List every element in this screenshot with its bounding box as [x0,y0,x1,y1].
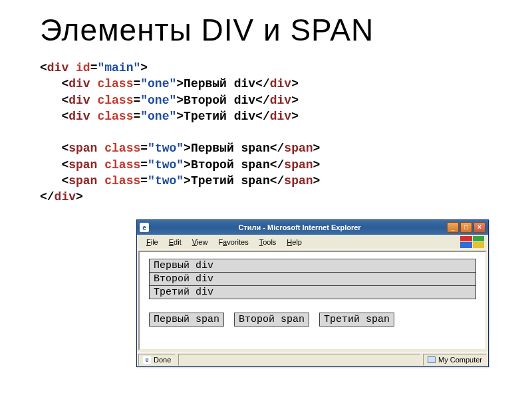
code-block: <div id="main"> <div class="one">Первый … [40,60,492,205]
browser-content: Первый div Второй div Третий div Первый … [138,251,487,350]
rendered-div: Второй div [149,273,476,286]
statusbar: e Done My Computer [137,352,488,366]
menu-help[interactable]: Help [281,237,307,247]
slide-title: Элементы DIV и SPAN [40,12,492,48]
browser-window: e Стили - Microsoft Internet Explorer _ … [136,219,489,367]
menubar: File Edit View Favorites Tools Help [137,235,488,249]
rendered-span: Третий span [319,313,394,327]
done-icon: e [143,356,151,364]
rendered-div: Первый div [149,259,476,273]
windows-logo-icon [460,236,484,248]
status-zone: My Computer [423,354,487,366]
menu-edit[interactable]: Edit [164,237,187,247]
menu-view[interactable]: View [187,237,213,247]
ie-icon: e [140,223,149,232]
close-button[interactable]: × [473,222,485,233]
menu-tools[interactable]: Tools [254,237,282,247]
rendered-span: Второй span [234,313,309,327]
rendered-div: Третий div [149,286,476,299]
status-spacer [178,354,420,366]
titlebar: e Стили - Microsoft Internet Explorer _ … [137,220,488,235]
status-done: e Done [138,354,176,366]
minimize-button[interactable]: _ [447,222,459,233]
status-zone-label: My Computer [438,356,482,364]
menu-favorites[interactable]: Favorites [213,237,253,247]
computer-icon [428,356,436,363]
menu-file[interactable]: File [141,237,164,247]
maximize-button[interactable]: □ [460,222,472,233]
rendered-span: Первый span [149,313,224,327]
window-title: Стили - Microsoft Internet Explorer [152,223,447,231]
status-done-label: Done [154,356,171,364]
